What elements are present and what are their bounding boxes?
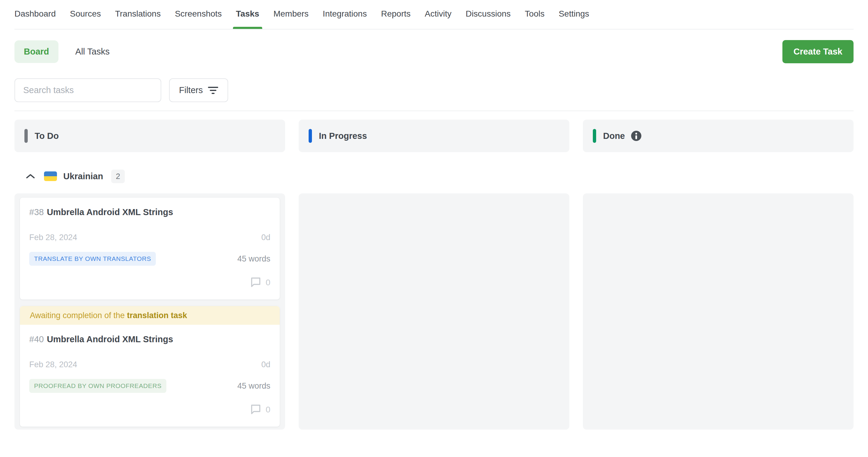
language-group-row: Ukrainian 2 <box>14 167 854 185</box>
workflow-tag: PROOFREAD BY OWN PROOFREADERS <box>29 379 166 393</box>
ukraine-flag-icon <box>44 171 57 181</box>
language-group-label: Ukrainian <box>63 171 103 182</box>
nav-item-screenshots[interactable]: Screenshots <box>175 9 222 29</box>
comment-bubble-icon[interactable] <box>250 404 261 416</box>
language-group-count-badge: 2 <box>111 170 124 183</box>
column-label-done: Done <box>603 131 625 141</box>
column-header-todo: To Do <box>14 120 285 152</box>
create-task-button[interactable]: Create Task <box>782 40 854 63</box>
workflow-tag: TRANSLATE BY OWN TRANSLATORS <box>29 252 156 266</box>
column-label-in-progress: In Progress <box>319 131 367 141</box>
task-card-38[interactable]: #38Umbrella Android XML Strings Feb 28, … <box>20 197 280 300</box>
chevron-up-icon[interactable] <box>26 173 35 179</box>
section-divider <box>14 110 854 111</box>
filters-button[interactable]: Filters <box>169 78 228 102</box>
task-word-count: 45 words <box>237 254 270 264</box>
task-date: Feb 28, 2024 <box>29 233 77 242</box>
task-id: #38 <box>29 207 44 217</box>
tab-board[interactable]: Board <box>14 40 59 63</box>
filter-lines-icon <box>208 87 218 94</box>
awaiting-banner-text: Awaiting completion of the <box>30 311 127 320</box>
lane-done <box>583 193 854 430</box>
nav-item-discussions[interactable]: Discussions <box>466 9 510 29</box>
task-due: 0d <box>261 360 270 369</box>
board-lanes: #38Umbrella Android XML Strings Feb 28, … <box>14 193 854 430</box>
nav-item-members[interactable]: Members <box>273 9 309 29</box>
comment-count: 0 <box>266 278 270 287</box>
awaiting-banner-link[interactable]: translation task <box>127 311 187 320</box>
nav-item-activity[interactable]: Activity <box>425 9 452 29</box>
nav-item-dashboard[interactable]: Dashboard <box>14 9 56 29</box>
nav-item-translations[interactable]: Translations <box>115 9 161 29</box>
page: Dashboard Sources Translations Screensho… <box>0 0 868 430</box>
column-header-done: Done <box>583 120 854 152</box>
filters-button-label: Filters <box>179 85 203 95</box>
task-card-40[interactable]: Awaiting completion of the translation t… <box>20 306 280 427</box>
column-label-todo: To Do <box>35 131 59 141</box>
task-id: #40 <box>29 334 44 344</box>
nav-item-tools[interactable]: Tools <box>525 9 544 29</box>
board-column-headers: To Do In Progress Done <box>14 120 854 152</box>
comment-count: 0 <box>266 405 270 415</box>
awaiting-banner: Awaiting completion of the translation t… <box>20 306 280 325</box>
nav-item-integrations[interactable]: Integrations <box>323 9 367 29</box>
tab-all-tasks[interactable]: All Tasks <box>75 47 110 57</box>
nav-item-tasks[interactable]: Tasks <box>236 9 259 29</box>
nav-item-reports[interactable]: Reports <box>381 9 410 29</box>
task-title: Umbrella Android XML Strings <box>47 207 173 217</box>
lane-in-progress <box>299 193 569 430</box>
task-date: Feb 28, 2024 <box>29 360 77 369</box>
tasks-toolbar: Board All Tasks Create Task <box>14 40 854 63</box>
task-word-count: 45 words <box>237 381 270 391</box>
in-progress-status-pill-icon <box>309 129 312 143</box>
nav-item-sources[interactable]: Sources <box>70 9 101 29</box>
task-due: 0d <box>261 233 270 242</box>
info-icon[interactable] <box>631 130 642 141</box>
lane-todo: #38Umbrella Android XML Strings Feb 28, … <box>14 193 285 430</box>
nav-item-settings[interactable]: Settings <box>559 9 589 29</box>
project-nav: Dashboard Sources Translations Screensho… <box>14 0 854 30</box>
column-header-in-progress: In Progress <box>299 120 569 152</box>
task-title: Umbrella Android XML Strings <box>47 334 173 344</box>
done-status-pill-icon <box>593 129 596 143</box>
search-input[interactable] <box>14 78 161 102</box>
todo-status-pill-icon <box>24 129 28 143</box>
search-row: Filters <box>14 78 854 102</box>
comment-bubble-icon[interactable] <box>250 276 261 289</box>
